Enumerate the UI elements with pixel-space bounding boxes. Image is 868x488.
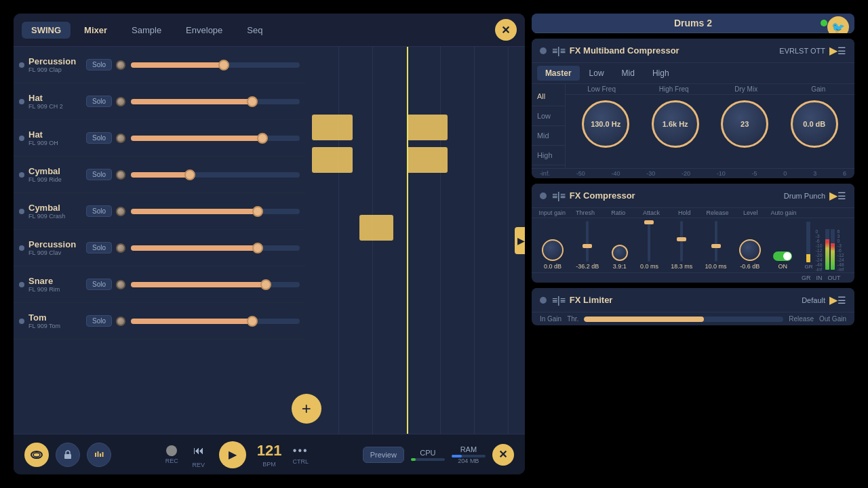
comp-param-labels: Input gain Thresh Ratio Attack Hold Rele… (532, 208, 854, 218)
high-tab[interactable]: High (644, 66, 677, 81)
compressor-power-dot[interactable] (540, 192, 547, 199)
limiter-bar[interactable] (584, 317, 783, 322)
track-indicator (19, 62, 24, 68)
scale-6: 6 (843, 170, 846, 177)
track-fader[interactable] (131, 62, 300, 68)
fx-preset: EVRLST OTT (779, 47, 825, 55)
thresh-fader[interactable] (586, 221, 589, 262)
nav-arrow[interactable]: ▶ (515, 227, 525, 254)
low-tab[interactable]: Low (581, 66, 612, 81)
track-name: Percussion (28, 239, 86, 249)
release-handle[interactable] (711, 244, 721, 248)
vu-scale: 0 -3 -6 -10 -12 -20 -24 -48 -inf (815, 229, 822, 270)
autogain-toggle[interactable] (773, 251, 792, 261)
ratio-knob[interactable] (612, 245, 628, 261)
lowfreq-knob[interactable]: 130.0 Hz (582, 100, 629, 148)
note-block[interactable] (359, 215, 393, 241)
thresh-handle[interactable] (583, 244, 592, 248)
preview-button[interactable]: Preview (363, 447, 404, 463)
piano-roll: ▶ (305, 47, 525, 434)
eq-icon: ≡|≡ (552, 45, 566, 56)
solo-button[interactable]: Solo (86, 169, 112, 180)
track-fader[interactable] (131, 209, 300, 214)
limiter-header: ≡|≡ FX Limiter Default ▶ ☰ (532, 288, 854, 312)
mixer-tab[interactable]: Mixer (73, 22, 118, 39)
track-knob[interactable] (116, 280, 125, 289)
preset-arrow-icon[interactable]: ▶ (829, 44, 837, 57)
record-dot[interactable] (166, 445, 177, 456)
attack-value: 0.0 ms (640, 263, 658, 270)
drymix-knob-group: 23 (721, 100, 768, 148)
add-button[interactable]: + (292, 394, 321, 424)
note-block[interactable] (407, 115, 448, 140)
note-block[interactable] (312, 115, 353, 140)
dots-icon[interactable]: ••• (293, 445, 309, 457)
solo-button[interactable]: Solo (86, 96, 112, 107)
hold-fader[interactable] (680, 221, 683, 262)
track-knob[interactable] (116, 207, 125, 216)
close-bottom-button[interactable]: ✕ (492, 444, 514, 466)
gain-knob-group: 0.0 dB (791, 100, 838, 148)
mid-tab[interactable]: Mid (614, 66, 643, 81)
track-fader[interactable] (131, 99, 300, 104)
table-row: Tom FL 909 Tom Solo (14, 303, 305, 340)
note-block[interactable] (312, 147, 353, 173)
play-button[interactable]: ▶ (219, 441, 246, 468)
compressor-header: ≡|≡ FX Compressor Drum Punch ▶ ☰ (532, 184, 854, 208)
track-knob[interactable] (116, 317, 125, 326)
fx-menu-button[interactable]: ☰ (837, 45, 846, 56)
solo-button[interactable]: Solo (86, 205, 112, 217)
track-fader[interactable] (131, 282, 300, 287)
multiband-header: ≡|≡ FX Multiband Compressor EVRLST OTT ▶… (532, 39, 854, 63)
track-knob[interactable] (116, 97, 125, 106)
level-knob[interactable] (739, 239, 761, 261)
track-subname: FL 909 Ride (28, 176, 86, 183)
track-knob[interactable] (116, 134, 125, 143)
attack-fader[interactable] (648, 221, 650, 262)
swing-tab[interactable]: SWING (22, 22, 71, 39)
cpu-bar (411, 458, 445, 461)
attack-handle[interactable] (644, 220, 654, 224)
transport-controls: REC ⏮ REV ▶ 121 BPM ••• CTRL (165, 441, 309, 468)
gain-knob[interactable]: 0.0 dB (791, 100, 838, 148)
master-tab[interactable]: Master (537, 66, 580, 81)
track-fader[interactable] (131, 172, 300, 178)
scale-3: 3 (813, 170, 816, 177)
inputgain-knob[interactable] (542, 239, 564, 261)
track-knob[interactable] (116, 60, 125, 70)
solo-button[interactable]: Solo (86, 132, 112, 144)
power-dot[interactable] (540, 47, 547, 54)
close-left-button[interactable]: ✕ (495, 19, 517, 41)
hold-handle[interactable] (677, 237, 686, 241)
mixer-button[interactable] (87, 443, 111, 467)
track-knob[interactable] (116, 170, 125, 180)
limiter-power-dot[interactable] (540, 297, 547, 304)
track-fader[interactable] (131, 319, 300, 324)
track-fader[interactable] (131, 245, 300, 251)
track-indicator (19, 99, 24, 104)
seq-tab[interactable]: Seq (236, 22, 273, 39)
limiter-menu-button[interactable]: ☰ (837, 295, 846, 306)
track-fader[interactable] (131, 136, 300, 141)
lock-button[interactable] (56, 443, 80, 467)
limiter-preset-arrow-icon[interactable]: ▶ (829, 293, 837, 306)
drymix-knob[interactable]: 23 (721, 100, 768, 148)
release-fader[interactable] (715, 221, 717, 262)
comp-preset-arrow-icon[interactable]: ▶ (829, 189, 837, 202)
solo-button[interactable]: Solo (86, 279, 112, 290)
note-block[interactable] (407, 147, 448, 173)
track-knob[interactable] (116, 243, 125, 253)
solo-button[interactable]: Solo (86, 242, 112, 253)
solo-button[interactable]: Solo (86, 315, 112, 327)
highfreq-knob[interactable]: 1.6k Hz (652, 100, 699, 148)
sample-tab[interactable]: Sample (121, 22, 172, 39)
band-name-all: All (532, 87, 565, 106)
solo-button[interactable]: Solo (86, 59, 112, 70)
comp-menu-button[interactable]: ☰ (837, 190, 846, 201)
rewind-button[interactable]: ⏮ (189, 441, 208, 460)
envelope-tab[interactable]: Envelope (175, 22, 233, 39)
level-group: -0.6 dB (739, 239, 761, 270)
rec-label: REC (165, 458, 178, 464)
meter-scale: -inf. -50 -40 -30 -20 -10 -5 0 3 6 (532, 168, 854, 178)
ram-value: 204 MB (452, 458, 486, 464)
